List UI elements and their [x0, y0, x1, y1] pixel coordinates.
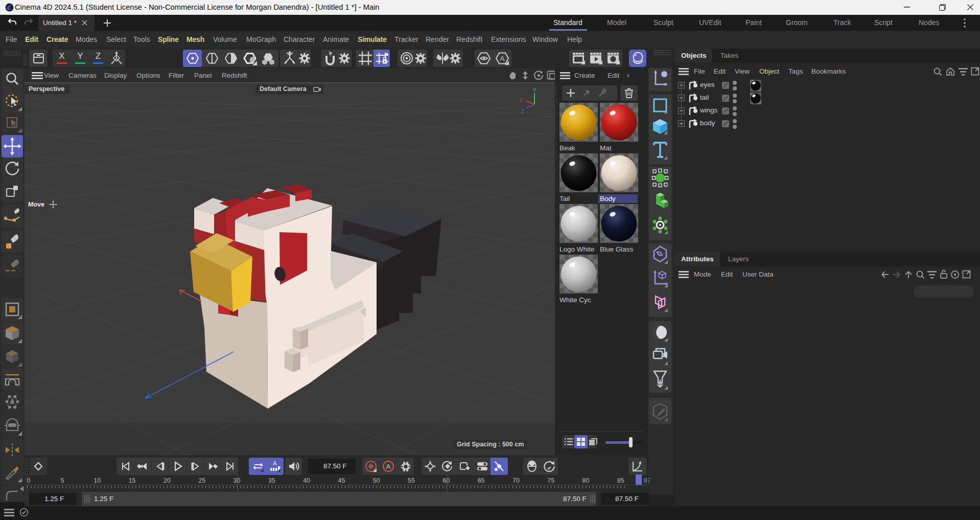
- svg-text:45: 45: [338, 477, 345, 484]
- svg-text:50: 50: [373, 477, 380, 484]
- svg-text:A: A: [500, 55, 505, 62]
- svg-text:Y: Y: [533, 87, 536, 93]
- svg-text:60: 60: [442, 477, 450, 484]
- svg-text:35: 35: [268, 477, 275, 484]
- svg-text:70: 70: [512, 477, 520, 484]
- svg-text:80: 80: [582, 477, 590, 484]
- svg-text:65: 65: [478, 477, 485, 484]
- svg-text:25: 25: [198, 477, 205, 484]
- svg-text:5: 5: [61, 477, 64, 484]
- svg-text:20: 20: [164, 477, 171, 484]
- svg-text:85: 85: [617, 477, 624, 484]
- svg-text:X: X: [520, 98, 523, 103]
- svg-text:0: 0: [27, 477, 31, 484]
- svg-text:87: 87: [644, 477, 650, 484]
- svg-text:10: 10: [94, 477, 101, 484]
- svg-text:Z: Z: [521, 108, 524, 114]
- svg-text:30: 30: [234, 477, 241, 484]
- svg-text:55: 55: [408, 477, 415, 484]
- svg-text:40: 40: [303, 477, 310, 484]
- svg-text:15: 15: [129, 477, 136, 484]
- svg-text:75: 75: [547, 477, 554, 484]
